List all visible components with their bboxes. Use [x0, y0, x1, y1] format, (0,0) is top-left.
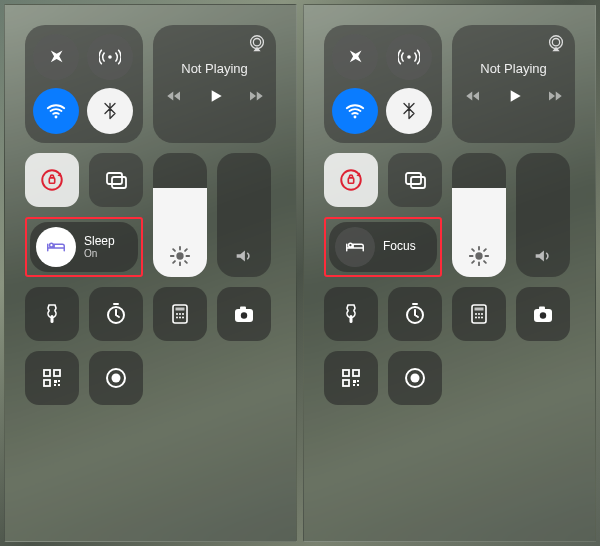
bluetooth-toggle[interactable]	[87, 88, 133, 134]
timer-button[interactable]	[89, 287, 143, 341]
rotation-lock-toggle[interactable]	[324, 153, 378, 207]
airplane-icon	[344, 46, 366, 68]
volume-icon	[532, 245, 554, 267]
brightness-slider[interactable]	[153, 153, 207, 277]
next-track-button[interactable]	[546, 87, 564, 105]
play-button[interactable]	[504, 86, 524, 106]
media-title: Not Playing	[161, 61, 268, 76]
airplane-icon	[45, 46, 67, 68]
screen-record-icon	[403, 366, 427, 390]
control-center-panel-left: Not Playing Sleep	[4, 4, 297, 542]
cellular-data-toggle[interactable]	[386, 34, 432, 80]
wifi-icon	[45, 100, 67, 122]
volume-icon	[233, 245, 255, 267]
control-center-panel-right: Not Playing Focus	[303, 4, 596, 542]
focus-label: Sleep	[84, 235, 115, 248]
wifi-toggle[interactable]	[332, 88, 378, 134]
focus-status: On	[84, 248, 115, 259]
airplay-icon	[246, 33, 268, 55]
calculator-button[interactable]	[452, 287, 506, 341]
flashlight-button[interactable]	[25, 287, 79, 341]
screen-mirroring-button[interactable]	[388, 153, 442, 207]
next-track-icon	[546, 87, 564, 105]
volume-slider[interactable]	[217, 153, 271, 277]
flashlight-icon	[40, 302, 64, 326]
airplane-mode-toggle[interactable]	[33, 34, 79, 80]
qr-scanner-icon	[40, 366, 64, 390]
wifi-icon	[344, 100, 366, 122]
focus-toggle[interactable]: Sleep On	[30, 222, 138, 272]
screen-mirroring-icon	[104, 168, 128, 192]
camera-icon	[531, 302, 555, 326]
calculator-button[interactable]	[153, 287, 207, 341]
focus-highlight: Focus	[324, 217, 442, 277]
cellular-icon	[99, 46, 121, 68]
timer-icon	[403, 302, 427, 326]
camera-button[interactable]	[217, 287, 271, 341]
media-controls[interactable]: Not Playing	[153, 25, 276, 143]
qr-scanner-icon	[339, 366, 363, 390]
prev-track-button[interactable]	[464, 87, 482, 105]
next-track-button[interactable]	[247, 87, 265, 105]
screen-record-button[interactable]	[89, 351, 143, 405]
connectivity-group	[25, 25, 143, 143]
flashlight-button[interactable]	[324, 287, 378, 341]
airplay-icon	[545, 33, 567, 55]
focus-label: Focus	[383, 240, 416, 253]
calculator-icon	[168, 302, 192, 326]
timer-icon	[104, 302, 128, 326]
play-button[interactable]	[205, 86, 225, 106]
camera-button[interactable]	[516, 287, 570, 341]
brightness-icon	[468, 245, 490, 267]
screen-record-icon	[104, 366, 128, 390]
bed-icon	[344, 236, 366, 258]
camera-icon	[232, 302, 256, 326]
focus-mode-circle	[36, 227, 76, 267]
qr-scanner-button[interactable]	[324, 351, 378, 405]
airplay-button[interactable]	[246, 33, 268, 55]
prev-track-icon	[464, 87, 482, 105]
focus-toggle[interactable]: Focus	[329, 222, 437, 272]
focus-mode-circle	[335, 227, 375, 267]
play-icon	[205, 86, 225, 106]
cellular-icon	[398, 46, 420, 68]
calculator-icon	[467, 302, 491, 326]
timer-button[interactable]	[388, 287, 442, 341]
focus-highlight: Sleep On	[25, 217, 143, 277]
next-track-icon	[247, 87, 265, 105]
play-icon	[504, 86, 524, 106]
airplay-button[interactable]	[545, 33, 567, 55]
bed-icon	[45, 236, 67, 258]
media-title: Not Playing	[460, 61, 567, 76]
qr-scanner-button[interactable]	[25, 351, 79, 405]
brightness-slider[interactable]	[452, 153, 506, 277]
screen-mirroring-icon	[403, 168, 427, 192]
rotation-lock-toggle[interactable]	[25, 153, 79, 207]
wifi-toggle[interactable]	[33, 88, 79, 134]
screen-mirroring-button[interactable]	[89, 153, 143, 207]
screen-record-button[interactable]	[388, 351, 442, 405]
airplane-mode-toggle[interactable]	[332, 34, 378, 80]
flashlight-icon	[339, 302, 363, 326]
bluetooth-toggle[interactable]	[386, 88, 432, 134]
cellular-data-toggle[interactable]	[87, 34, 133, 80]
media-controls[interactable]: Not Playing	[452, 25, 575, 143]
rotation-lock-icon	[39, 167, 65, 193]
rotation-lock-icon	[338, 167, 364, 193]
prev-track-button[interactable]	[165, 87, 183, 105]
connectivity-group	[324, 25, 442, 143]
bluetooth-icon	[399, 101, 419, 121]
bluetooth-icon	[100, 101, 120, 121]
brightness-icon	[169, 245, 191, 267]
volume-slider[interactable]	[516, 153, 570, 277]
prev-track-icon	[165, 87, 183, 105]
